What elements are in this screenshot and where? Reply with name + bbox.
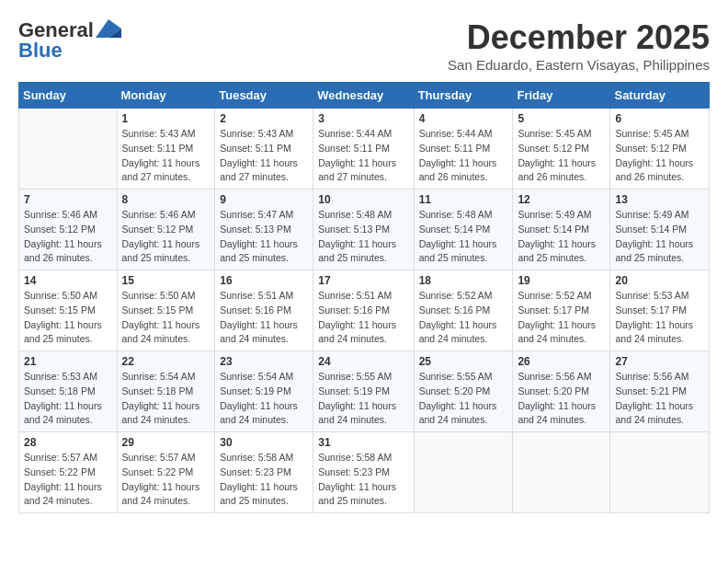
day-info: Sunrise: 5:43 AM Sunset: 5:11 PM Dayligh… [220,127,308,185]
day-number: 28 [24,436,112,449]
day-number: 24 [318,355,408,368]
day-info: Sunrise: 5:46 AM Sunset: 5:12 PM Dayligh… [122,208,210,266]
day-info: Sunrise: 5:49 AM Sunset: 5:14 PM Dayligh… [518,208,605,266]
day-cell: 12Sunrise: 5:49 AM Sunset: 5:14 PM Dayli… [513,190,610,270]
header-friday: Friday [513,83,610,109]
header-sunday: Sunday [19,83,118,109]
header-wednesday: Wednesday [313,83,414,109]
calendar-table: SundayMondayTuesdayWednesdayThursdayFrid… [18,82,710,513]
day-number: 14 [24,274,112,287]
day-cell: 24Sunrise: 5:55 AM Sunset: 5:19 PM Dayli… [313,351,414,432]
header-row: SundayMondayTuesdayWednesdayThursdayFrid… [19,83,710,109]
day-info: Sunrise: 5:51 AM Sunset: 5:16 PM Dayligh… [220,289,308,347]
week-row-5: 28Sunrise: 5:57 AM Sunset: 5:22 PM Dayli… [19,432,710,513]
day-cell: 17Sunrise: 5:51 AM Sunset: 5:16 PM Dayli… [313,270,414,351]
day-number: 31 [318,436,408,449]
day-info: Sunrise: 5:55 AM Sunset: 5:20 PM Dayligh… [419,370,508,428]
day-number: 17 [318,274,408,287]
day-number: 23 [220,355,308,368]
week-row-3: 14Sunrise: 5:50 AM Sunset: 5:15 PM Dayli… [19,270,710,351]
day-info: Sunrise: 5:53 AM Sunset: 5:18 PM Dayligh… [24,370,112,428]
week-row-1: 1Sunrise: 5:43 AM Sunset: 5:11 PM Daylig… [19,109,710,190]
day-cell: 14Sunrise: 5:50 AM Sunset: 5:15 PM Dayli… [19,270,118,351]
day-info: Sunrise: 5:53 AM Sunset: 5:17 PM Dayligh… [615,289,704,347]
day-cell [610,432,710,513]
day-info: Sunrise: 5:56 AM Sunset: 5:20 PM Dayligh… [518,370,605,428]
day-info: Sunrise: 5:58 AM Sunset: 5:23 PM Dayligh… [220,451,308,509]
day-info: Sunrise: 5:57 AM Sunset: 5:22 PM Dayligh… [122,451,210,509]
week-row-2: 7Sunrise: 5:46 AM Sunset: 5:12 PM Daylig… [19,190,710,270]
day-info: Sunrise: 5:52 AM Sunset: 5:16 PM Dayligh… [419,289,508,347]
title-area: December 2025 San Eduardo, Eastern Visay… [448,18,710,73]
day-number: 8 [122,193,210,206]
day-cell: 25Sunrise: 5:55 AM Sunset: 5:20 PM Dayli… [414,351,513,432]
day-cell: 19Sunrise: 5:52 AM Sunset: 5:17 PM Dayli… [513,270,610,351]
day-info: Sunrise: 5:48 AM Sunset: 5:14 PM Dayligh… [419,208,508,266]
day-cell: 29Sunrise: 5:57 AM Sunset: 5:22 PM Dayli… [117,432,215,513]
day-info: Sunrise: 5:58 AM Sunset: 5:23 PM Dayligh… [318,451,408,509]
day-info: Sunrise: 5:54 AM Sunset: 5:18 PM Dayligh… [122,370,210,428]
location-title: San Eduardo, Eastern Visayas, Philippine… [448,57,710,73]
day-info: Sunrise: 5:55 AM Sunset: 5:19 PM Dayligh… [318,370,408,428]
day-cell: 9Sunrise: 5:47 AM Sunset: 5:13 PM Daylig… [215,190,313,270]
day-cell: 18Sunrise: 5:52 AM Sunset: 5:16 PM Dayli… [414,270,513,351]
day-cell: 1Sunrise: 5:43 AM Sunset: 5:11 PM Daylig… [117,109,215,190]
day-cell: 20Sunrise: 5:53 AM Sunset: 5:17 PM Dayli… [610,270,710,351]
day-number: 30 [220,436,308,449]
day-info: Sunrise: 5:54 AM Sunset: 5:19 PM Dayligh… [220,370,308,428]
header-monday: Monday [117,83,215,109]
day-cell: 3Sunrise: 5:44 AM Sunset: 5:11 PM Daylig… [313,109,414,190]
day-cell: 10Sunrise: 5:48 AM Sunset: 5:13 PM Dayli… [313,190,414,270]
day-number: 22 [122,355,210,368]
day-number: 11 [419,193,508,206]
day-number: 6 [615,112,704,125]
day-number: 27 [615,355,704,368]
day-info: Sunrise: 5:44 AM Sunset: 5:11 PM Dayligh… [419,127,508,185]
day-number: 3 [318,112,408,125]
day-info: Sunrise: 5:51 AM Sunset: 5:16 PM Dayligh… [318,289,408,347]
day-cell: 23Sunrise: 5:54 AM Sunset: 5:19 PM Dayli… [215,351,313,432]
day-cell: 8Sunrise: 5:46 AM Sunset: 5:12 PM Daylig… [117,190,215,270]
day-cell: 6Sunrise: 5:45 AM Sunset: 5:12 PM Daylig… [610,109,710,190]
day-cell: 16Sunrise: 5:51 AM Sunset: 5:16 PM Dayli… [215,270,313,351]
month-title: December 2025 [448,18,710,57]
day-number: 9 [220,193,308,206]
day-cell: 21Sunrise: 5:53 AM Sunset: 5:18 PM Dayli… [19,351,118,432]
day-cell: 5Sunrise: 5:45 AM Sunset: 5:12 PM Daylig… [513,109,610,190]
day-number: 10 [318,193,408,206]
day-number: 26 [518,355,605,368]
day-cell: 11Sunrise: 5:48 AM Sunset: 5:14 PM Dayli… [414,190,513,270]
day-cell [414,432,513,513]
day-cell: 31Sunrise: 5:58 AM Sunset: 5:23 PM Dayli… [313,432,414,513]
logo-part2: Blue [18,39,63,63]
day-info: Sunrise: 5:50 AM Sunset: 5:15 PM Dayligh… [122,289,210,347]
day-info: Sunrise: 5:43 AM Sunset: 5:11 PM Dayligh… [122,127,210,185]
day-info: Sunrise: 5:50 AM Sunset: 5:15 PM Dayligh… [24,289,112,347]
day-cell: 28Sunrise: 5:57 AM Sunset: 5:22 PM Dayli… [19,432,118,513]
day-info: Sunrise: 5:45 AM Sunset: 5:12 PM Dayligh… [518,127,605,185]
day-number: 13 [615,193,704,206]
day-cell: 22Sunrise: 5:54 AM Sunset: 5:18 PM Dayli… [117,351,215,432]
day-cell [513,432,610,513]
header-thursday: Thursday [414,83,513,109]
day-cell: 2Sunrise: 5:43 AM Sunset: 5:11 PM Daylig… [215,109,313,190]
day-number: 21 [24,355,112,368]
header-tuesday: Tuesday [215,83,313,109]
day-number: 1 [122,112,210,125]
day-cell: 4Sunrise: 5:44 AM Sunset: 5:11 PM Daylig… [414,109,513,190]
day-number: 29 [122,436,210,449]
day-info: Sunrise: 5:57 AM Sunset: 5:22 PM Dayligh… [24,451,112,509]
logo: General Blue [18,18,121,63]
day-cell: 7Sunrise: 5:46 AM Sunset: 5:12 PM Daylig… [19,190,118,270]
day-number: 12 [518,193,605,206]
day-info: Sunrise: 5:45 AM Sunset: 5:12 PM Dayligh… [615,127,704,185]
day-info: Sunrise: 5:47 AM Sunset: 5:13 PM Dayligh… [220,208,308,266]
day-number: 25 [419,355,508,368]
day-number: 2 [220,112,308,125]
day-number: 16 [220,274,308,287]
day-cell [19,109,118,190]
day-cell: 30Sunrise: 5:58 AM Sunset: 5:23 PM Dayli… [215,432,313,513]
page-header: General Blue December 2025 San Eduardo, … [18,18,710,73]
day-info: Sunrise: 5:56 AM Sunset: 5:21 PM Dayligh… [615,370,704,428]
day-info: Sunrise: 5:48 AM Sunset: 5:13 PM Dayligh… [318,208,408,266]
